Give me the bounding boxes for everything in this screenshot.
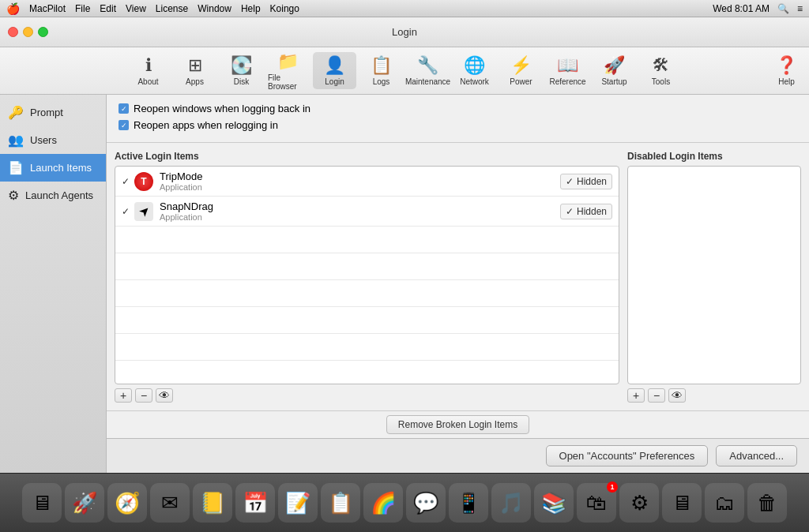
reopen-apps-checkbox[interactable]: ✓ [119, 120, 129, 130]
dock-safari[interactable]: 🧭 [107, 483, 147, 523]
music-icon: 🎵 [499, 491, 524, 515]
tripmode-check[interactable]: ✓ [122, 176, 130, 187]
sidebar-item-launch-agents[interactable]: ⚙ Launch Agents [0, 182, 106, 209]
apple-menu[interactable]: 🍎 [6, 2, 20, 15]
toolbar-reference[interactable]: 📖 Reference [546, 52, 589, 89]
toolbar-about[interactable]: ℹ About [126, 52, 170, 89]
dock-files[interactable]: 🗂 [705, 483, 744, 523]
menu-help[interactable]: Help [241, 3, 261, 14]
table-row [115, 361, 619, 384]
add-item-button[interactable]: + [115, 388, 132, 403]
dock-reminders[interactable]: 📋 [321, 483, 360, 523]
snapndrag-hidden-label: Hidden [577, 206, 607, 217]
table-row[interactable]: ✓ ➤ SnapNDrag Application ✓ [115, 197, 619, 227]
table-row[interactable]: ✓ T TripMode Application ✓ [115, 167, 619, 197]
search-icon[interactable]: 🔍 [777, 3, 789, 14]
sidebar-item-prompt[interactable]: 🔑 Prompt [0, 99, 106, 126]
menu-bar: 🍎 MacPilot File Edit View License Window… [0, 0, 809, 17]
window-title: Login [392, 26, 417, 38]
sidebar-item-users[interactable]: 👥 Users [0, 126, 106, 154]
menu-view[interactable]: View [126, 3, 146, 14]
toolbar-maintenance[interactable]: 🔧 Maintenance [406, 52, 450, 89]
gpu-icon: 🖥 [672, 491, 692, 515]
toolbar-login[interactable]: 👤 Login [313, 52, 356, 89]
dock-music[interactable]: 🎵 [491, 483, 531, 523]
broken-items-bar: Remove Broken Login Items [107, 410, 809, 438]
toolbar-network[interactable]: 🌐 Network [453, 52, 496, 89]
power-icon: ⚡ [510, 55, 532, 76]
minimize-button[interactable] [23, 27, 33, 37]
advanced-button[interactable]: Advanced... [716, 445, 797, 466]
menu-window[interactable]: Window [198, 3, 231, 14]
toolbar-apps[interactable]: ⊞ Apps [173, 52, 216, 89]
dock-books[interactable]: 📚 [534, 483, 574, 523]
dock-photos[interactable]: 🌈 [363, 483, 403, 523]
dock-calendar[interactable]: 📅 [235, 483, 275, 523]
tripmode-icon: T [134, 172, 153, 191]
dock-launchpad[interactable]: 🚀 [65, 483, 104, 523]
toolbar-startup[interactable]: 🚀 Startup [593, 52, 636, 89]
snapndrag-check[interactable]: ✓ [122, 206, 130, 217]
tripmode-name-text: TripMode [160, 170, 560, 182]
dock-trash[interactable]: 🗑 [747, 483, 787, 523]
toolbar-help-label: Help [778, 77, 795, 86]
remove-item-button[interactable]: − [135, 388, 152, 403]
remove-broken-button[interactable]: Remove Broken Login Items [386, 415, 529, 434]
tripmode-type: Application [160, 182, 560, 192]
maintenance-icon: 🔧 [417, 55, 438, 76]
toolbar-tools[interactable]: 🛠 Tools [639, 52, 683, 89]
help-icon: ❓ [776, 55, 797, 76]
eye-button[interactable]: 👁 [156, 388, 173, 403]
menu-macpilot[interactable]: MacPilot [29, 3, 66, 14]
disabled-eye-button[interactable]: 👁 [668, 388, 686, 403]
tripmode-name: TripMode Application [160, 170, 560, 192]
launch-items-icon: 📄 [8, 160, 24, 175]
toolbar-reference-label: Reference [549, 77, 585, 86]
toolbar-power[interactable]: ⚡ Power [499, 52, 543, 89]
table-row [115, 227, 619, 253]
dock-messages[interactable]: 💬 [406, 483, 446, 523]
close-button[interactable] [8, 27, 18, 37]
table-row [115, 280, 619, 307]
dock-contacts[interactable]: 📒 [193, 483, 232, 523]
window-controls [8, 27, 48, 37]
toolbar-logs[interactable]: 📋 Logs [359, 52, 403, 89]
toolbar-help[interactable]: ❓ Help [776, 55, 797, 86]
open-prefs-button[interactable]: Open "Accounts" Preferences [546, 445, 709, 466]
toolbar-disk-label: Disk [234, 77, 249, 86]
menu-edit[interactable]: Edit [100, 3, 116, 14]
toolbar-disk[interactable]: 💽 Disk [220, 52, 263, 89]
contacts-icon: 📒 [200, 491, 225, 515]
sidebar-users-label: Users [30, 134, 57, 146]
finder-icon: 🖥 [32, 491, 52, 515]
menu-file[interactable]: File [75, 3, 90, 14]
login-icon: 👤 [324, 55, 345, 76]
menu-bar-time: Wed 8:01 AM [713, 3, 769, 14]
menu-license[interactable]: License [156, 3, 188, 14]
add-disabled-button[interactable]: + [627, 388, 645, 403]
dock-facetime[interactable]: 📱 [449, 483, 488, 523]
remove-disabled-button[interactable]: − [648, 388, 665, 403]
menu-koingo[interactable]: Koingo [270, 3, 299, 14]
launch-agents-icon: ⚙ [8, 188, 19, 203]
dock-system-prefs[interactable]: ⚙ [619, 483, 659, 523]
dock-mail[interactable]: ✉ [150, 483, 190, 523]
dock-notes[interactable]: 📝 [278, 483, 318, 523]
snapndrag-name-text: SnapNDrag [160, 200, 560, 212]
toolbar-file-browser[interactable]: 📁 File Browser [266, 48, 310, 94]
menu-bar-list-icon[interactable]: ≡ [797, 3, 803, 14]
notes-icon: 📝 [285, 491, 310, 515]
dock-gpu[interactable]: 🖥 [662, 483, 702, 523]
snapndrag-icon: ➤ [134, 202, 153, 221]
maximize-button[interactable] [38, 27, 48, 37]
dock-finder[interactable]: 🖥 [22, 483, 62, 523]
toolbar-tools-label: Tools [652, 77, 670, 86]
appstore-badge: 1 [607, 481, 618, 493]
reopen-windows-checkbox[interactable]: ✓ [119, 103, 129, 114]
dock-appstore[interactable]: 🛍 1 [577, 483, 616, 523]
sidebar-item-launch-items[interactable]: 📄 Launch Items [0, 154, 106, 182]
disabled-items-table-inner [628, 167, 800, 384]
main-layout: 🔑 Prompt 👥 Users 📄 Launch Items ⚙ Launch… [0, 95, 809, 473]
tripmode-hidden-badge: ✓ Hidden [560, 174, 612, 189]
tools-icon: 🛠 [653, 55, 670, 76]
